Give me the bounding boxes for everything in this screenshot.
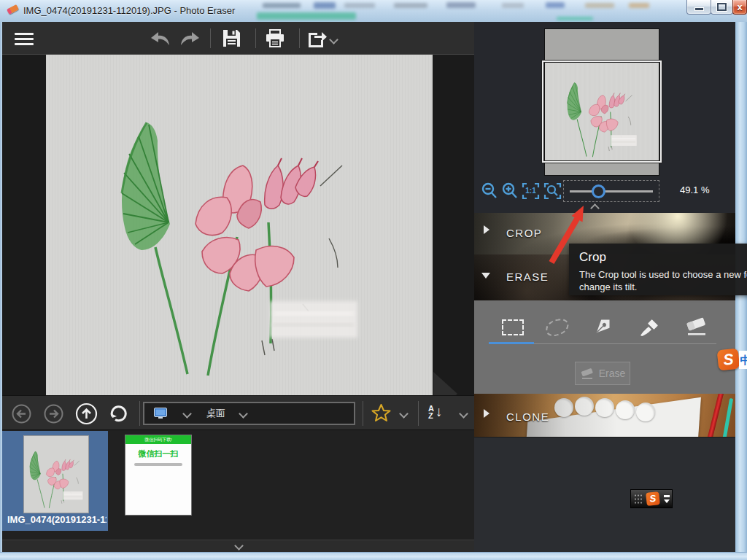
sort-dropdown-chevron-icon[interactable] <box>459 409 468 419</box>
sort-button[interactable]: AZ ↓ <box>428 404 442 420</box>
marquee-select-tool[interactable] <box>502 319 524 335</box>
maximize-icon <box>717 3 727 11</box>
filmstrip-collapse-bar[interactable] <box>2 540 474 552</box>
sort-letter-z: Z <box>428 412 434 419</box>
qr-subtext <box>134 463 182 466</box>
erase-collapse-icon <box>481 273 490 279</box>
print-button[interactable] <box>265 28 285 48</box>
desktop-blur-fragment <box>557 17 593 20</box>
lasso-icon <box>544 316 570 338</box>
ime-dropdown-icon[interactable] <box>664 499 670 503</box>
desktop-blur-fragment <box>257 12 356 20</box>
undo-icon <box>151 32 169 45</box>
app-icon <box>7 4 19 15</box>
redo-icon <box>181 32 199 45</box>
location-bar[interactable]: 桌面 <box>143 402 355 425</box>
redo-button[interactable] <box>180 31 201 46</box>
forward-button[interactable] <box>44 404 63 424</box>
eraser-tool[interactable] <box>684 316 708 337</box>
marquee-icon <box>502 319 524 335</box>
refresh-button[interactable] <box>109 404 129 424</box>
pen-tool[interactable] <box>592 315 614 337</box>
ime-logo-icon: S <box>717 349 740 371</box>
back-button[interactable] <box>12 404 31 424</box>
section-clone[interactable]: CLONE <box>474 394 735 437</box>
window-title: IMG_0474(20191231-112019).JPG - Photo Er… <box>23 5 235 16</box>
brush-tool[interactable] <box>639 315 661 337</box>
filmstrip-item-selected[interactable]: IMG_0474(20191231-112... <box>2 431 108 531</box>
window-border-bottom <box>0 552 747 560</box>
eraser-icon <box>684 316 708 337</box>
filmstrip-item-qr[interactable]: 微信扫码下载! 微信扫一扫 <box>125 435 191 515</box>
toolbar-separator <box>299 28 300 48</box>
zoom-slider-track[interactable] <box>570 190 653 192</box>
computer-icon <box>154 408 168 419</box>
desktop-blur-fragment <box>502 3 524 8</box>
zoom-out-icon <box>481 182 498 200</box>
undo-button[interactable] <box>150 31 170 46</box>
print-icon <box>265 28 285 48</box>
thumbnail-label: IMG_0474(20191231-112... <box>7 514 107 525</box>
image-canvas-area[interactable] <box>2 55 474 395</box>
location-chevron-icon[interactable] <box>239 409 248 419</box>
tooltip-line1: The Crop tool is used to choose a new fo <box>579 268 747 281</box>
desktop-blur-fragment <box>585 3 614 8</box>
lasso-select-tool[interactable] <box>546 319 569 335</box>
minimize-button[interactable] <box>686 0 711 15</box>
crop-expand-icon <box>484 225 489 234</box>
desktop-blur-fragment <box>344 3 375 8</box>
zoom-in-icon <box>501 182 519 200</box>
clone-expand-icon <box>484 409 489 418</box>
ime-minimize-icon[interactable] <box>664 495 670 497</box>
zoom-in-button[interactable] <box>501 182 519 200</box>
zoom-out-button[interactable] <box>481 182 498 200</box>
browser-toolbar: 桌面 AZ ↓ <box>2 395 474 430</box>
save-icon <box>222 28 241 48</box>
favorites-dropdown-chevron-icon[interactable] <box>399 409 409 419</box>
actual-size-button[interactable]: 1:1 <box>522 182 540 200</box>
export-button[interactable] <box>307 29 328 47</box>
ime-toolbar[interactable]: S <box>630 489 673 508</box>
photo-eraser-window: IMG_0474(20191231-112019).JPG - Photo Er… <box>0 0 747 560</box>
tooltip-line2: change its tilt. <box>579 281 747 293</box>
erase-tool-panel: Erase <box>474 300 735 394</box>
location-chevron-icon[interactable] <box>182 409 192 419</box>
erase-button[interactable]: Erase <box>575 362 630 385</box>
up-icon <box>75 402 98 425</box>
qr-title: 微信扫一扫 <box>125 448 191 459</box>
maximize-button[interactable] <box>711 0 733 15</box>
menu-button[interactable] <box>15 33 34 45</box>
actual-size-label: 1:1 <box>524 187 538 195</box>
filmstrip: IMG_0474(20191231-112... 微信扫码下载! 微信扫一扫 <box>2 430 474 540</box>
forward-icon <box>44 404 63 424</box>
collapse-chevron-icon[interactable] <box>234 541 244 551</box>
export-dropdown-chevron-icon[interactable] <box>329 35 338 44</box>
qr-banner: 微信扫码下载! <box>125 435 191 444</box>
zoom-percentage: 49.1 % <box>680 184 709 195</box>
back-icon <box>12 404 31 424</box>
favorites-button[interactable] <box>371 403 391 423</box>
title-bar[interactable]: IMG_0474(20191231-112019).JPG - Photo Er… <box>0 0 747 23</box>
erase-label: ERASE <box>506 271 549 283</box>
active-tool-indicator <box>489 342 534 344</box>
navigator-viewport-rect[interactable] <box>542 61 662 163</box>
desktop-blur-fragment <box>629 3 649 8</box>
toolbar-separator <box>139 401 140 426</box>
toolbar-separator <box>255 28 256 48</box>
star-icon <box>371 403 391 423</box>
up-button[interactable] <box>75 402 98 425</box>
desktop-blur-fragment <box>546 2 565 8</box>
toolbar-separator <box>210 28 211 48</box>
brush-icon <box>639 315 661 337</box>
minimize-icon <box>694 7 704 11</box>
photo-image[interactable] <box>46 55 433 395</box>
save-button[interactable] <box>222 28 241 48</box>
close-button[interactable]: x <box>732 0 747 15</box>
clone-label: CLONE <box>506 411 549 423</box>
main-toolbar <box>2 22 474 55</box>
ime-grid-icon <box>634 494 643 505</box>
erase-button-label: Erase <box>599 368 626 379</box>
desktop-blur-fragment <box>394 3 427 8</box>
location-label: 桌面 <box>206 407 225 420</box>
thumbnail-image[interactable] <box>24 436 88 513</box>
